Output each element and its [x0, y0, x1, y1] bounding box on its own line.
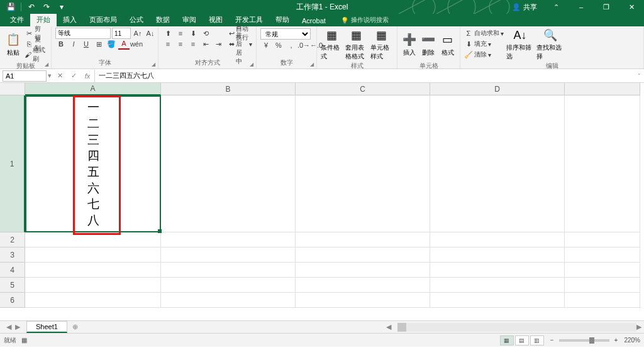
cell[interactable] [565, 293, 640, 308]
percent-button[interactable]: % [273, 40, 284, 51]
tab-help[interactable]: 帮助 [269, 13, 296, 26]
sort-filter-button[interactable]: A↓排序和筛选 [506, 28, 534, 61]
fill-button[interactable]: ⬇填充▾ [464, 39, 504, 49]
minimize-button[interactable]: – [569, 0, 594, 14]
clipboard-dialog-launcher[interactable]: ◢ [43, 61, 50, 67]
cell[interactable] [565, 278, 640, 293]
cell[interactable] [25, 263, 161, 278]
tab-formulas[interactable]: 公式 [123, 13, 150, 26]
select-all-corner[interactable] [0, 83, 25, 95]
cell-styles-button[interactable]: ▦单元格样式 [370, 28, 393, 61]
add-sheet-button[interactable]: ⊕ [70, 322, 81, 332]
fill-handle[interactable] [158, 229, 162, 233]
sheet-tab-1[interactable]: Sheet1 [26, 321, 67, 333]
cell[interactable] [296, 293, 430, 308]
phonetic-button[interactable]: wén [131, 38, 142, 50]
cell[interactable] [296, 232, 430, 247]
cell[interactable] [565, 95, 640, 232]
bold-button[interactable]: B [55, 38, 67, 50]
sheet-nav-prev[interactable]: ◀ [6, 323, 11, 331]
row-header-1[interactable]: 1 [0, 95, 25, 232]
indent-inc-button[interactable]: ⇥ [213, 38, 224, 50]
undo-button[interactable]: ↶ [25, 1, 38, 13]
indent-dec-button[interactable]: ⇤ [200, 38, 211, 50]
row-header-6[interactable]: 6 [0, 293, 25, 308]
zoom-out-button[interactable]: − [550, 337, 554, 344]
cancel-formula-button[interactable]: ✕ [53, 70, 67, 82]
find-select-button[interactable]: 🔍查找和选择 [536, 28, 564, 61]
merge-center-button[interactable]: ⬌合并后居中▾ [229, 39, 252, 49]
format-as-table-button[interactable]: ▦套用表格格式 [345, 28, 368, 61]
zoom-level[interactable]: 220% [624, 337, 640, 344]
cell[interactable] [565, 232, 640, 247]
paste-button[interactable]: 📋粘贴 [4, 28, 22, 61]
name-box[interactable]: A1 [3, 70, 47, 82]
save-button[interactable]: 💾 [4, 1, 18, 13]
decrease-font-button[interactable]: A↓ [145, 28, 156, 39]
fx-button[interactable]: fx [80, 70, 94, 82]
cell[interactable] [296, 263, 430, 278]
col-header-blank[interactable] [565, 83, 640, 95]
format-cells-button[interactable]: ▭格式 [440, 28, 456, 61]
spreadsheet-grid[interactable]: ABCD 123456 一二三四五六七八 [0, 83, 644, 320]
tab-file[interactable]: 文件 [4, 13, 30, 26]
insert-cells-button[interactable]: ➕插入 [401, 28, 418, 61]
tab-insert[interactable]: 插入 [57, 13, 83, 26]
align-center-button[interactable]: ≡ [175, 38, 186, 50]
conditional-format-button[interactable]: ▦条件格式 [321, 28, 343, 61]
cell[interactable] [565, 263, 640, 278]
macro-record-icon[interactable]: ▦ [21, 337, 27, 344]
number-dialog-launcher[interactable]: ◢ [309, 61, 315, 67]
align-top-button[interactable]: ⬆ [162, 28, 174, 39]
tab-view[interactable]: 视图 [203, 13, 229, 26]
font-size-input[interactable] [112, 28, 131, 39]
tab-layout[interactable]: 页面布局 [83, 13, 123, 26]
align-middle-button[interactable]: ≡ [175, 28, 186, 39]
underline-button[interactable]: U [80, 38, 92, 50]
redo-button[interactable]: ↷ [40, 1, 53, 13]
cell[interactable] [25, 293, 161, 308]
number-format-select[interactable]: 常规 [260, 28, 311, 40]
delete-cells-button[interactable]: ➖删除 [420, 28, 436, 61]
cell[interactable] [161, 293, 296, 308]
row-header-3[interactable]: 3 [0, 247, 25, 263]
cell[interactable] [565, 247, 640, 263]
cell[interactable] [296, 95, 430, 232]
zoom-slider[interactable] [559, 339, 609, 342]
cell[interactable] [161, 95, 296, 232]
cell[interactable] [430, 293, 565, 308]
col-header-D[interactable]: D [430, 83, 565, 95]
page-break-view-button[interactable]: ▥ [530, 335, 544, 345]
font-dialog-launcher[interactable]: ◢ [150, 61, 157, 67]
zoom-thumb[interactable] [589, 337, 594, 344]
cell[interactable] [430, 278, 565, 293]
row-header-2[interactable]: 2 [0, 232, 25, 247]
cell[interactable] [296, 247, 430, 263]
fill-color-button[interactable]: 🪣 [106, 38, 117, 50]
increase-font-button[interactable]: A↑ [132, 28, 143, 39]
font-name-input[interactable] [55, 28, 111, 39]
font-color-button[interactable]: A [118, 38, 130, 50]
cell[interactable] [430, 232, 565, 247]
normal-view-button[interactable]: ▦ [500, 335, 514, 345]
cell[interactable] [161, 263, 296, 278]
cell[interactable] [25, 278, 161, 293]
enter-formula-button[interactable]: ✓ [67, 70, 80, 82]
cell[interactable] [430, 95, 565, 232]
page-layout-view-button[interactable]: ▤ [515, 335, 529, 345]
clear-button[interactable]: 🧹清除▾ [464, 50, 504, 60]
cell[interactable] [161, 232, 296, 247]
format-painter-button[interactable]: 🖌格式刷 [25, 50, 47, 60]
align-right-button[interactable]: ≡ [187, 38, 199, 50]
currency-button[interactable]: ¥ [260, 40, 272, 51]
cell[interactable] [161, 247, 296, 263]
orientation-button[interactable]: ⟲ [200, 28, 211, 39]
ribbon-min-icon[interactable]: ⌃ [543, 0, 569, 14]
cell[interactable] [25, 247, 161, 263]
qat-more[interactable]: ▾ [55, 1, 69, 13]
cell[interactable] [430, 247, 565, 263]
col-header-A[interactable]: A [25, 83, 161, 95]
formula-input[interactable] [95, 70, 634, 82]
border-button[interactable]: ⊞ [93, 38, 104, 50]
tab-acrobat[interactable]: Acrobat [296, 15, 332, 26]
